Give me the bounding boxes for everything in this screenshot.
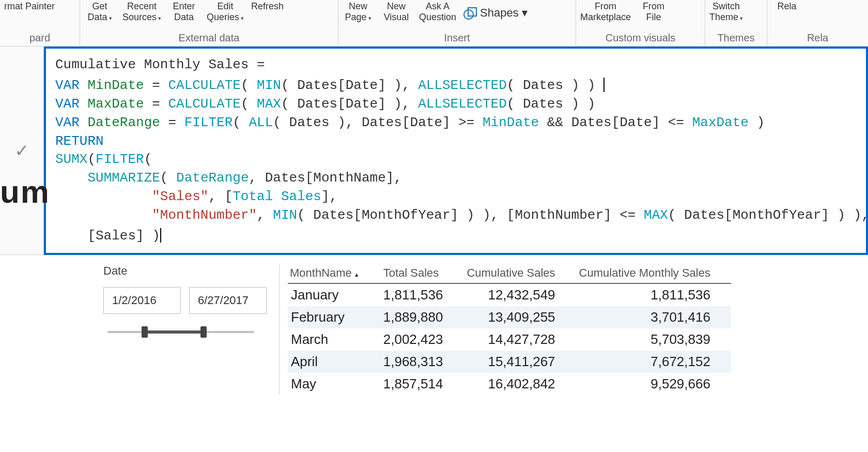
from-marketplace-button[interactable]: From Marketplace (580, 1, 631, 22)
chevron-down-icon: ▾ (368, 15, 371, 21)
slicer-title: Date (103, 264, 279, 278)
chevron-down-icon: ▾ (522, 6, 528, 20)
formula-editor[interactable]: Cumulative Monthly Sales = VAR MinDate =… (44, 47, 868, 255)
commit-formula-button[interactable]: ✓ (0, 47, 44, 255)
new-page-button[interactable]: New Page▾ (343, 1, 374, 22)
ask-a-question-button[interactable]: Ask A Question (419, 1, 456, 22)
formula-bar: ✓ Cumulative Monthly Sales = VAR MinDate… (0, 47, 868, 255)
insert-group-label: Insert (343, 31, 571, 44)
ribbon: rmat Painter pard Get Data▾ Recent Sourc… (0, 0, 868, 47)
table-row[interactable]: March2,002,42314,427,7285,703,839 (288, 328, 731, 351)
slicer-range-slider[interactable] (103, 325, 258, 339)
col-total-sales[interactable]: Total Sales (380, 264, 464, 283)
table-row[interactable]: May1,857,51416,402,8429,529,666 (288, 373, 731, 395)
recent-sources-button[interactable]: Recent Sources▾ (122, 1, 161, 22)
slider-fill (144, 330, 204, 334)
sort-asc-icon: ▲ (354, 272, 360, 278)
slider-handle-end[interactable] (200, 326, 207, 338)
edit-queries-button[interactable]: Edit Queries▾ (207, 1, 244, 22)
chevron-down-icon: ▾ (740, 15, 743, 21)
custom-visuals-group-label: Custom visuals (580, 31, 701, 44)
format-painter-button[interactable]: rmat Painter (4, 1, 55, 12)
col-cumulative-sales[interactable]: Cumulative Sales (463, 264, 576, 283)
clipped-title: um (0, 173, 50, 210)
new-visual-button[interactable]: New Visual (381, 1, 412, 22)
text-cursor (160, 228, 161, 243)
table-row[interactable]: February1,889,88013,409,2553,701,416 (288, 306, 731, 328)
table-row[interactable]: April1,968,31315,411,2677,672,152 (288, 351, 731, 373)
clipboard-group-label: pard (4, 31, 75, 44)
check-icon: ✓ (14, 140, 29, 161)
col-monthname[interactable]: MonthName▲ (288, 264, 380, 283)
table-visual: MonthName▲ Total Sales Cumulative Sales … (279, 264, 731, 395)
chevron-down-icon: ▾ (158, 15, 161, 21)
enter-data-button[interactable]: Enter Data (168, 1, 199, 22)
themes-group-label: Themes (709, 31, 763, 44)
refresh-button[interactable]: Refresh (251, 1, 284, 12)
chevron-down-icon: ▾ (241, 15, 244, 21)
format-painter-label: rmat Painter (4, 1, 55, 12)
chevron-down-icon: ▾ (109, 15, 112, 21)
slider-handle-start[interactable] (142, 326, 148, 338)
slicer-to-input[interactable]: 6/27/2017 (189, 287, 267, 314)
col-cumulative-monthly-sales[interactable]: Cumulative Monthly Sales (576, 264, 731, 283)
switch-theme-button[interactable]: Switch Theme▾ (709, 1, 743, 22)
relationships-group-label: Rela (771, 31, 864, 44)
date-slicer: Date 1/2/2016 6/27/2017 (0, 264, 279, 339)
shapes-button[interactable]: Shapes ▾ (463, 1, 528, 20)
shapes-icon (463, 7, 477, 19)
external-data-group-label: External data (84, 31, 334, 44)
slicer-from-input[interactable]: 1/2/2016 (103, 287, 181, 314)
relationships-button[interactable]: Rela (771, 1, 802, 12)
table-row[interactable]: January1,811,53612,432,5491,811,536 (288, 283, 731, 306)
from-file-button[interactable]: From File (638, 1, 669, 22)
table-header-row: MonthName▲ Total Sales Cumulative Sales … (288, 264, 731, 283)
get-data-button[interactable]: Get Data▾ (84, 1, 115, 22)
text-cursor (603, 78, 605, 92)
